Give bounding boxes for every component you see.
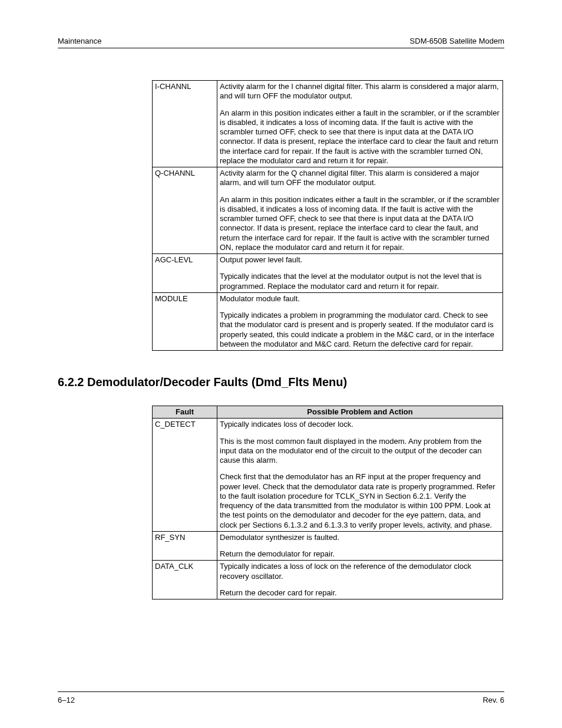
page: Maintenance SDM-650B Satellite Modem I-C… xyxy=(0,0,562,728)
action-paragraph: Return the decoder card for repair. xyxy=(220,588,500,598)
action-paragraph: Demodulator synthesizer is faulted. xyxy=(220,533,500,542)
table-header-row: Fault Possible Problem and Action xyxy=(153,406,503,419)
action-paragraph: Activity alarm for the Q channel digital… xyxy=(220,169,500,188)
action-paragraph: Typically indicates loss of decoder lock… xyxy=(220,420,500,429)
demodulator-faults-table: Fault Possible Problem and Action C_DETE… xyxy=(152,406,503,599)
fault-cell: MODULE xyxy=(153,292,217,350)
action-paragraph: An alarm in this position indicates eith… xyxy=(220,195,500,253)
footer-page-number: 6–12 xyxy=(58,696,75,704)
action-cell: Activity alarm for the Q channel digital… xyxy=(217,167,503,254)
header-right: SDM-650B Satellite Modem xyxy=(410,37,504,45)
fault-cell: C_DETECT xyxy=(153,419,217,532)
table-row: AGC-LEVLOutput power level fault.Typical… xyxy=(153,254,503,293)
action-cell: Activity alarm for the I channel digital… xyxy=(217,81,503,167)
fault-cell: Q-CHANNL xyxy=(153,167,217,254)
action-paragraph: Check first that the demodulator has an … xyxy=(220,472,500,530)
action-cell: Typically indicates loss of decoder lock… xyxy=(217,419,503,532)
section-heading: 6.2.2 Demodulator/Decoder Faults (Dmd_Fl… xyxy=(58,375,504,389)
table-row: MODULEModulator module fault.Typically i… xyxy=(153,292,503,350)
fault-cell: I-CHANNL xyxy=(153,81,217,167)
action-paragraph: Typically indicates a loss of lock on th… xyxy=(220,562,500,581)
header-rule xyxy=(58,48,504,48)
footer-revision: Rev. 6 xyxy=(482,696,504,704)
fault-cell: RF_SYN xyxy=(153,531,217,561)
action-paragraph: Activity alarm for the I channel digital… xyxy=(220,82,500,101)
action-paragraph: Typically indicates a problem in program… xyxy=(220,311,500,349)
table-row: C_DETECTTypically indicates loss of deco… xyxy=(153,419,503,532)
col-header-fault: Fault xyxy=(153,406,217,419)
action-cell: Demodulator synthesizer is faulted.Retur… xyxy=(217,531,503,561)
action-paragraph: This is the most common fault displayed … xyxy=(220,437,500,466)
action-paragraph: Typically indicates that the level at th… xyxy=(220,272,500,291)
action-cell: Output power level fault.Typically indic… xyxy=(217,254,503,293)
action-paragraph: Modulator module fault. xyxy=(220,294,500,304)
col-header-action: Possible Problem and Action xyxy=(217,406,503,419)
modulator-faults-table: I-CHANNLActivity alarm for the I channel… xyxy=(152,80,503,351)
action-cell: Typically indicates a loss of lock on th… xyxy=(217,561,503,599)
page-header: Maintenance SDM-650B Satellite Modem xyxy=(58,37,504,48)
header-left: Maintenance xyxy=(58,37,101,45)
action-paragraph: Output power level fault. xyxy=(220,255,500,265)
content-area: I-CHANNLActivity alarm for the I channel… xyxy=(58,80,504,662)
table-row: I-CHANNLActivity alarm for the I channel… xyxy=(153,81,503,167)
table-row: Q-CHANNLActivity alarm for the Q channel… xyxy=(153,167,503,254)
action-cell: Modulator module fault.Typically indicat… xyxy=(217,292,503,350)
page-footer: 6–12 Rev. 6 xyxy=(58,691,504,704)
table-row: RF_SYNDemodulator synthesizer is faulted… xyxy=(153,531,503,561)
action-paragraph: Return the demodulator for repair. xyxy=(220,549,500,559)
fault-cell: DATA_CLK xyxy=(153,561,217,599)
table-row: DATA_CLKTypically indicates a loss of lo… xyxy=(153,561,503,599)
fault-cell: AGC-LEVL xyxy=(153,254,217,293)
action-paragraph: An alarm in this position indicates eith… xyxy=(220,108,500,166)
